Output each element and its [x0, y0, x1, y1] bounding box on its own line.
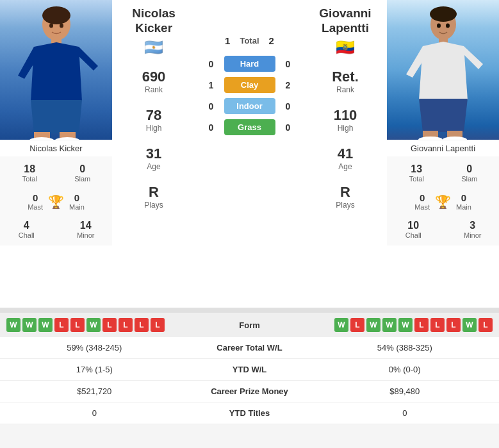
indoor-right-score: 0 — [282, 101, 295, 112]
form-badge-l: L — [102, 318, 117, 332]
right-high-label: High — [334, 124, 357, 133]
right-age-value: 41 — [338, 145, 353, 162]
right-minor-label: Minor — [451, 231, 495, 239]
form-badge-l: L — [151, 318, 165, 332]
left-player-name: Nicolas Kicker — [132, 6, 176, 36]
form-badge-w: W — [366, 318, 380, 332]
left-rank-block: 690 Rank — [139, 62, 169, 101]
form-label: Form — [239, 320, 260, 330]
ytd-wl-left: 17% (1-5) — [10, 365, 179, 374]
svg-point-15 — [443, 137, 467, 140]
right-trophy-icon: 🏆 — [435, 194, 451, 210]
svg-point-5 — [29, 137, 54, 140]
left-mast-label: Mast — [28, 203, 43, 211]
right-rank-label: Rank — [332, 85, 359, 94]
left-main-value: 0 — [69, 192, 85, 203]
form-badge-l: L — [119, 318, 133, 332]
left-minor-value: 14 — [64, 220, 108, 231]
left-flag-emoji: 🇦🇷 — [144, 38, 163, 56]
right-rank-block: Ret. Rank — [329, 62, 362, 101]
right-player-silhouette — [392, 5, 495, 140]
right-player-header: Giovanni Lapentti 🇪🇨 — [316, 0, 374, 62]
svg-point-10 — [430, 6, 457, 22]
left-slam-stat: 0 Slam — [56, 160, 110, 187]
right-mast-label: Mast — [414, 203, 430, 211]
form-section: WWWLLWLLLL Form WLWWWLLLWL — [0, 313, 499, 337]
right-age-block: 41 Age — [334, 139, 356, 178]
left-minor-label: Minor — [64, 231, 108, 239]
left-chall-label: Chall — [4, 231, 49, 239]
left-under-stats: 18 Total 0 Slam — [0, 156, 112, 190]
left-photo — [0, 0, 112, 140]
prize-row: $521,720 Career Prize Money $89,480 — [0, 381, 499, 402]
left-plays-label: Plays — [144, 201, 163, 210]
left-total-value: 18 — [4, 163, 55, 175]
left-plays-value: R — [144, 184, 163, 201]
form-badge-w: W — [22, 318, 37, 332]
hard-right-score: 0 — [282, 59, 295, 69]
grass-row: 0 Grass 0 — [205, 119, 295, 135]
right-slam-stat: 0 Slam — [443, 160, 496, 187]
ytd-wl-right: 0% (0-0) — [320, 365, 490, 374]
left-name-line2: Kicker — [135, 21, 172, 35]
right-under-stats: 13 Total 0 Slam — [387, 156, 499, 190]
right-mast-stat: 0 Mast — [414, 192, 430, 211]
ytd-wl-row: 17% (1-5) YTD W/L 0% (0-0) — [0, 359, 499, 381]
clay-row: 1 Clay 2 — [205, 77, 295, 93]
right-main-value: 0 — [456, 192, 471, 203]
svg-point-1 — [42, 6, 70, 24]
form-badge-w: W — [398, 318, 413, 332]
left-player-silhouette — [5, 5, 108, 140]
right-plays-block: R Plays — [332, 178, 357, 216]
left-name-col: Nicolas Kicker 🇦🇷 690 Rank 78 High 31 Ag… — [112, 0, 195, 308]
right-player-name: Giovanni Lapentti — [319, 6, 371, 36]
career-wl-label: Career Total W/L — [179, 343, 320, 353]
form-badge-w: W — [38, 318, 53, 332]
right-mast-value: 0 — [414, 192, 430, 203]
career-wl-left: 59% (348-245) — [10, 343, 179, 353]
left-high-block: 78 High — [143, 101, 165, 139]
left-plays-block: R Plays — [141, 178, 166, 216]
left-high-value: 78 — [146, 107, 162, 124]
left-high-label: High — [146, 124, 162, 133]
left-chall-stat: 4 Chall — [3, 216, 50, 243]
hard-badge: Hard — [224, 56, 275, 72]
left-minor-stat: 14 Minor — [63, 216, 110, 243]
left-mast-stat: 0 Mast — [28, 192, 43, 211]
total-right-score: 2 — [269, 35, 274, 46]
career-wl-row: 59% (348-245) Career Total W/L 54% (388-… — [0, 337, 499, 359]
career-wl-right: 54% (388-325) — [320, 343, 490, 353]
clay-left-score: 1 — [205, 80, 218, 90]
right-main-label: Main — [456, 203, 471, 211]
right-chall-label: Chall — [391, 231, 436, 239]
left-player-header: Nicolas Kicker 🇦🇷 — [129, 0, 179, 62]
left-total-label: Total — [4, 175, 55, 183]
left-age-value: 31 — [146, 145, 161, 162]
right-age-label: Age — [338, 162, 353, 171]
svg-point-14 — [418, 137, 443, 140]
left-age-label: Age — [146, 162, 161, 171]
right-plays-value: R — [336, 184, 354, 201]
form-badge-l: L — [446, 318, 461, 332]
main-container: Nicolas Kicker 18 Total 0 Slam 0 Mast 🏆 — [0, 0, 499, 424]
left-main-label: Main — [69, 203, 85, 211]
left-main-stat: 0 Main — [69, 192, 85, 211]
left-slam-label: Slam — [58, 175, 108, 183]
left-chall-minor-row: 4 Chall 14 Minor — [0, 213, 112, 245]
center-surfaces-col: 1 Total 2 0 Hard 0 1 Clay 2 0 Indoor 0 — [195, 0, 304, 308]
right-rank-value: Ret. — [332, 69, 359, 85]
hard-left-score: 0 — [205, 59, 218, 69]
svg-point-7 — [49, 24, 53, 28]
right-slam-label: Slam — [445, 175, 495, 183]
right-minor-value: 3 — [451, 220, 495, 231]
left-flag: 🇦🇷 — [132, 38, 176, 56]
svg-point-6 — [54, 137, 80, 140]
right-name-text: Giovanni Lapentti — [411, 144, 475, 153]
right-plays-label: Plays — [336, 201, 354, 210]
right-name-col: Giovanni Lapentti 🇪🇨 Ret. Rank 110 High … — [304, 0, 387, 308]
right-chall-minor-row: 10 Chall 3 Minor — [387, 213, 499, 245]
indoor-badge: Indoor — [224, 98, 275, 114]
right-high-block: 110 High — [331, 101, 361, 139]
titles-left: 0 — [10, 408, 179, 418]
right-total-value: 13 — [391, 163, 442, 175]
